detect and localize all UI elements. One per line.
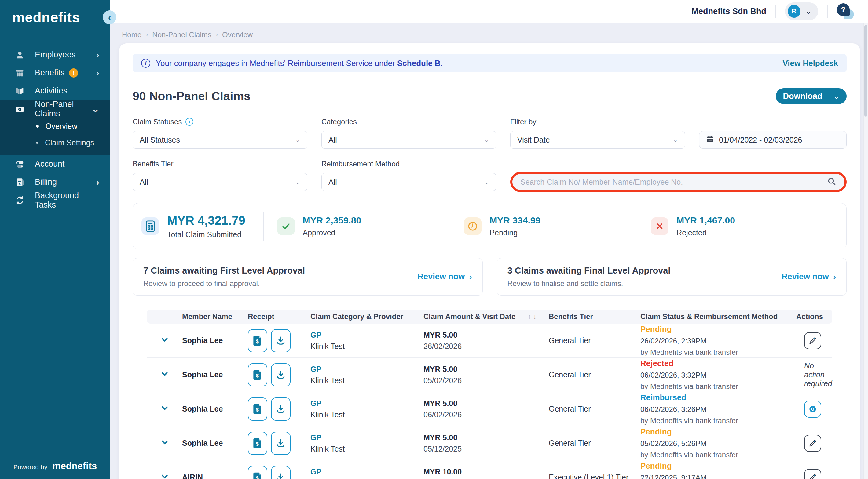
sidebar-item-overview[interactable]: Overview — [0, 118, 110, 134]
claim-statuses-filter: Claim Statuses i All Statuses ⌄ — [133, 117, 307, 149]
col-member-name: Member Name — [182, 312, 248, 321]
date-range-input[interactable]: 01/04/2022 - 02/03/2026 — [699, 131, 847, 149]
svg-text:$: $ — [256, 339, 259, 344]
cross-icon — [651, 217, 669, 235]
benefits-tier: General Tier — [549, 439, 640, 448]
member-name: Sophia Lee — [182, 439, 248, 448]
claim-statuses-select[interactable]: All Statuses ⌄ — [133, 131, 307, 149]
sidebar-item-background-tasks[interactable]: Background Tasks — [0, 191, 110, 209]
reimbursement-method-filter: Reimbursement Method All ⌄ — [321, 160, 496, 191]
divider — [827, 5, 828, 18]
col-benefits-tier: Benefits Tier — [549, 312, 640, 321]
claim-category-link[interactable]: GP — [310, 399, 424, 408]
claim-status: Pending — [640, 461, 796, 471]
schedule-b-link[interactable]: Schedule B. — [397, 59, 443, 68]
view-receipt-button[interactable]: $ — [248, 329, 267, 352]
info-icon[interactable]: i — [185, 118, 193, 126]
benefits-tier: General Tier — [549, 336, 640, 345]
sidebar-item-activities[interactable]: Activities — [0, 82, 110, 100]
claim-status: Pending — [640, 324, 796, 334]
row-expander-chevron[interactable] — [160, 404, 169, 415]
view-receipt-button[interactable]: $ — [248, 363, 267, 386]
provider-name: Klinik Test — [310, 445, 424, 453]
chevron-down-icon: ⌄ — [834, 94, 839, 99]
help-button[interactable]: ? — [837, 3, 854, 19]
claim-amount: MYR 5.00 — [424, 399, 549, 408]
claim-amount: MYR 5.00 — [424, 433, 549, 442]
breadcrumb-home[interactable]: Home — [122, 31, 142, 39]
view-receipt-button[interactable]: $ — [248, 466, 267, 479]
edit-claim-button[interactable] — [804, 435, 821, 452]
search-icon[interactable] — [827, 176, 837, 187]
edit-claim-button[interactable] — [804, 469, 821, 479]
table-row: Sophia Lee $ GP Klinik Test MYR 5.00 05/… — [147, 358, 832, 392]
review-now-link[interactable]: Review now › — [417, 272, 472, 282]
benefits-tier-filter: Benefits Tier All ⌄ — [133, 160, 307, 191]
table-row: Sophia Lee $ GP Klinik Test MYR 5.00 26/… — [147, 323, 832, 358]
table-row: Sophia Lee $ GP Klinik Test MYR 5.00 06/… — [147, 392, 832, 426]
breadcrumb-separator: › — [216, 31, 218, 39]
view-claim-button[interactable] — [804, 401, 821, 418]
categories-select[interactable]: All ⌄ — [321, 131, 496, 149]
status-date: 06/02/2026, 3:26PM — [640, 405, 796, 414]
col-status: Claim Status & Reimbursement Method — [640, 312, 796, 321]
download-receipt-button[interactable] — [271, 329, 290, 352]
view-receipt-button[interactable]: $ — [248, 432, 267, 455]
sidebar-item-benefits[interactable]: Benefits ! › — [0, 64, 110, 82]
download-receipt-button[interactable] — [271, 398, 290, 421]
view-helpdesk-link[interactable]: View Helpdesk — [782, 59, 838, 68]
breadcrumb-non-panel-claims[interactable]: Non-Panel Claims — [152, 31, 211, 39]
sidebar-item-billing[interactable]: $ Billing › — [0, 173, 110, 191]
row-expander-chevron[interactable] — [160, 335, 169, 346]
download-receipt-button[interactable] — [271, 363, 290, 386]
sidebar-item-account[interactable]: Account — [0, 155, 110, 173]
sync-icon — [13, 195, 27, 205]
row-expander-chevron[interactable] — [160, 369, 169, 380]
account-menu[interactable]: R ⌄ — [785, 2, 818, 20]
chevron-down-icon: ⌄ — [673, 138, 678, 142]
sidebar: mednefits Employees › Benefits ! › Activ… — [0, 0, 110, 479]
sort-toggle[interactable]: ↑ ↓ — [528, 313, 549, 320]
scrollbar[interactable] — [863, 23, 868, 479]
filter-by-select[interactable]: Visit Date ⌄ — [510, 131, 685, 149]
visit-date: 26/02/2026 — [424, 342, 549, 351]
search-input[interactable] — [520, 178, 827, 186]
bullet-icon — [36, 142, 38, 144]
download-receipt-button[interactable] — [271, 466, 290, 479]
sidebar-group-non-panel-claims: Non-Panel Claims ⌄ Overview Claim Settin… — [0, 100, 110, 155]
benefits-tier: General Tier — [549, 370, 640, 379]
row-expander-chevron[interactable] — [160, 472, 169, 479]
claim-status: Rejected — [640, 359, 796, 368]
claim-category-link[interactable]: GP — [310, 331, 424, 340]
svg-text:$: $ — [256, 441, 259, 447]
download-button[interactable]: Download ⌄ — [776, 88, 847, 104]
view-receipt-button[interactable]: $ — [248, 398, 267, 421]
status-by: by Mednefits via bank transfer — [640, 451, 796, 459]
sidebar-item-non-panel-claims[interactable]: Non-Panel Claims ⌄ — [0, 100, 110, 118]
book-icon — [13, 86, 27, 96]
sidebar-collapse-button[interactable]: ‹ — [103, 10, 116, 24]
chevron-down-icon: ⌄ — [805, 9, 811, 13]
edit-claim-button[interactable] — [804, 332, 821, 349]
reimbursement-method-select[interactable]: All ⌄ — [321, 173, 496, 191]
download-receipt-button[interactable] — [271, 432, 290, 455]
sidebar-item-claim-settings[interactable]: Claim Settings — [0, 134, 110, 151]
claim-amount: MYR 5.00 — [424, 331, 549, 340]
no-action-text: No action required — [804, 362, 832, 388]
claim-category-link[interactable]: GP — [310, 365, 424, 374]
claim-category-link[interactable]: GP — [310, 468, 424, 476]
topbar: Mednefits Sdn Bhd R ⌄ ? — [110, 0, 868, 23]
stat-pending: MYR 334.99 Pending — [464, 215, 651, 237]
col-amount: Claim Amount & Visit Date — [424, 312, 516, 321]
divider — [775, 5, 776, 18]
sidebar-item-employees[interactable]: Employees › — [0, 46, 110, 64]
scrollbar-thumb[interactable] — [864, 25, 867, 116]
row-expander-chevron[interactable] — [160, 438, 169, 449]
review-now-link[interactable]: Review now › — [781, 272, 836, 282]
mednefits-logo: mednefits — [0, 0, 110, 26]
divider — [828, 92, 828, 100]
visit-date: 06/02/2026 — [424, 410, 549, 419]
claim-category-link[interactable]: GP — [310, 433, 424, 442]
benefits-tier-select[interactable]: All ⌄ — [133, 173, 307, 191]
chevron-right-icon: › — [96, 178, 99, 187]
